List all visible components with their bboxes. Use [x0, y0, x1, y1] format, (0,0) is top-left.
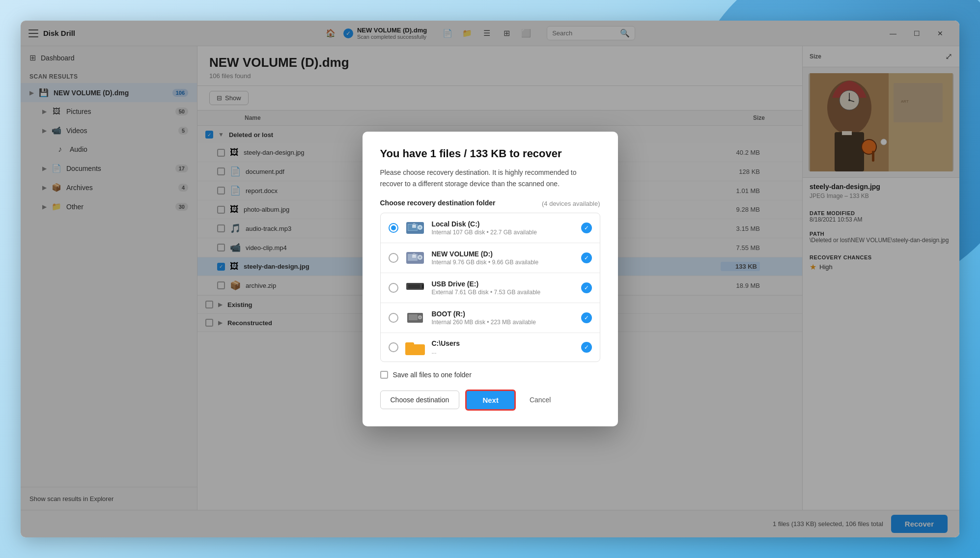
modal-section-label: Choose recovery destination folder — [380, 199, 496, 207]
device-name-c: Local Disk (C:) — [432, 220, 574, 228]
device-info-r: BOOT (R:) Internal 260 MB disk • 223 MB … — [432, 310, 574, 326]
modal-label-row: Choose recovery destination folder (4 de… — [380, 199, 600, 209]
device-item-e[interactable]: USB Drive (E:) External 7.61 GB disk • 7… — [381, 273, 600, 303]
cancel-button[interactable]: Cancel — [522, 391, 559, 409]
radio-d[interactable] — [389, 253, 398, 263]
device-icon-e — [405, 280, 425, 296]
svg-rect-37 — [405, 342, 414, 346]
svg-point-20 — [419, 226, 421, 228]
app-window: Disk Drill 🏠 ✓ NEW VOLUME (D).dmg Scan c… — [21, 21, 959, 537]
device-item-r[interactable]: BOOT (R:) Internal 260 MB disk • 223 MB … — [381, 303, 600, 333]
recovery-modal: You have 1 files / 133 KB to recover Ple… — [363, 132, 618, 426]
radio-cusers[interactable] — [389, 342, 398, 352]
devices-count: (4 devices available) — [542, 200, 600, 207]
device-check-r: ✓ — [581, 312, 592, 323]
device-info-e: USB Drive (E:) External 7.61 GB disk • 7… — [432, 280, 574, 296]
modal-footer-check: Save all files to one folder — [380, 371, 600, 379]
svg-rect-21 — [412, 225, 416, 228]
modal-title: You have 1 files / 133 KB to recover — [380, 147, 600, 160]
svg-rect-27 — [412, 255, 416, 258]
modal-actions: Choose destination Next Cancel — [380, 390, 600, 411]
device-icon-cusers — [405, 339, 425, 355]
radio-e[interactable] — [389, 283, 398, 293]
device-check-d: ✓ — [581, 252, 592, 263]
radio-c[interactable] — [389, 223, 398, 233]
device-desc-e: External 7.61 GB disk • 7.53 GB availabl… — [432, 289, 574, 296]
device-info-cusers: C:\Users ... — [432, 339, 574, 355]
svg-point-35 — [419, 316, 420, 318]
device-icon-r — [405, 310, 425, 326]
device-desc-d: Internal 9.76 GB disk • 9.66 GB availabl… — [432, 259, 574, 266]
svg-rect-31 — [408, 284, 420, 288]
choose-destination-button[interactable]: Choose destination — [380, 391, 460, 409]
save-all-checkbox[interactable] — [380, 371, 388, 379]
device-item-d[interactable]: NEW VOLUME (D:) Internal 9.76 GB disk • … — [381, 243, 600, 273]
save-all-label: Save all files to one folder — [393, 371, 472, 379]
modal-description: Please choose recovery destination. It i… — [380, 167, 600, 189]
device-desc-r: Internal 260 MB disk • 223 MB available — [432, 319, 574, 326]
svg-point-26 — [419, 256, 421, 258]
svg-rect-30 — [422, 284, 424, 288]
device-icon-c — [405, 220, 425, 236]
device-name-e: USB Drive (E:) — [432, 280, 574, 288]
device-item-c[interactable]: Local Disk (C:) Internal 107 GB disk • 2… — [381, 213, 600, 243]
device-check-e: ✓ — [581, 282, 592, 293]
device-desc-c: Internal 107 GB disk • 22.7 GB available — [432, 229, 574, 236]
device-list: Local Disk (C:) Internal 107 GB disk • 2… — [380, 213, 600, 362]
radio-r[interactable] — [389, 313, 398, 323]
device-info-c: Local Disk (C:) Internal 107 GB disk • 2… — [432, 220, 574, 236]
device-name-d: NEW VOLUME (D:) — [432, 250, 574, 258]
next-button[interactable]: Next — [465, 390, 516, 411]
svg-rect-33 — [409, 314, 418, 320]
modal-overlay: You have 1 files / 133 KB to recover Ple… — [21, 21, 959, 537]
device-check-cusers: ✓ — [581, 342, 592, 353]
device-info-d: NEW VOLUME (D:) Internal 9.76 GB disk • … — [432, 250, 574, 266]
device-desc-cusers: ... — [432, 348, 574, 355]
device-name-r: BOOT (R:) — [432, 310, 574, 318]
device-icon-d — [405, 250, 425, 266]
device-name-cusers: C:\Users — [432, 339, 574, 347]
device-item-cusers[interactable]: C:\Users ... ✓ — [381, 333, 600, 362]
device-check-c: ✓ — [581, 223, 592, 233]
